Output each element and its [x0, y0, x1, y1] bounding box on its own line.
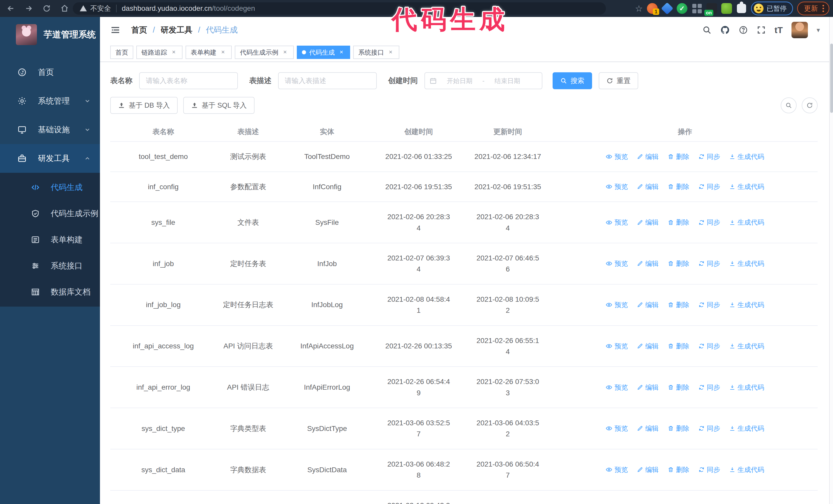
github-link[interactable]	[720, 25, 730, 35]
app-logo-row[interactable]: 芋道管理系统	[0, 17, 100, 51]
sidebar-item-codegen-example[interactable]: 代码生成示例	[0, 200, 100, 226]
browser-update-button[interactable]: 更新	[797, 2, 829, 16]
delete-action-link[interactable]: 删除	[668, 382, 689, 392]
sync-action-link[interactable]: 同步	[698, 182, 720, 192]
extension-icon-orange[interactable]: 1	[647, 3, 658, 14]
extensions-puzzle-icon[interactable]	[736, 3, 747, 14]
preview-action-link[interactable]: 预览	[606, 300, 628, 310]
sidebar-item-devtools[interactable]: 研发工具	[0, 144, 100, 173]
generate-code-action-link[interactable]: 生成代码	[729, 300, 764, 310]
sidebar-item-home[interactable]: 首页	[0, 58, 100, 87]
table-desc-input[interactable]	[278, 72, 377, 89]
delete-action-link[interactable]: 删除	[668, 182, 689, 192]
view-tab[interactable]: 链路追踪 ×	[136, 46, 183, 59]
start-date-input[interactable]	[441, 77, 479, 85]
browser-back-button[interactable]	[4, 1, 18, 16]
preview-action-link[interactable]: 预览	[606, 182, 628, 192]
edit-action-link[interactable]: 编辑	[637, 258, 659, 269]
tab-close-icon[interactable]: ×	[387, 49, 394, 56]
view-tab[interactable]: 系统接口 ×	[353, 46, 399, 59]
sync-action-link[interactable]: 同步	[698, 341, 720, 351]
table-name-input[interactable]	[139, 72, 238, 89]
sidebar-collapse-button[interactable]	[110, 25, 120, 35]
view-tab[interactable]: 代码生成 ×	[297, 46, 350, 59]
sync-action-link[interactable]: 同步	[698, 300, 720, 310]
fullscreen-button[interactable]	[757, 25, 766, 34]
sync-action-link[interactable]: 同步	[698, 423, 720, 433]
help-button[interactable]	[739, 25, 748, 34]
end-date-input[interactable]	[488, 77, 526, 85]
delete-action-link[interactable]: 删除	[668, 151, 689, 162]
generate-code-action-link[interactable]: 生成代码	[729, 464, 764, 475]
reset-button[interactable]: 重置	[599, 72, 638, 89]
extension-icon-gem[interactable]	[662, 3, 672, 14]
browser-reload-button[interactable]	[40, 1, 54, 16]
generate-code-action-link[interactable]: 生成代码	[729, 382, 764, 392]
delete-action-link[interactable]: 删除	[668, 423, 689, 433]
extension-icon-grid[interactable]	[691, 3, 702, 14]
bookmark-star-icon[interactable]: ☆	[635, 3, 643, 14]
preview-action-link[interactable]: 预览	[606, 341, 628, 351]
extension-icon-check[interactable]: ✓	[677, 3, 687, 14]
tab-close-icon[interactable]: ×	[170, 49, 177, 56]
edit-action-link[interactable]: 编辑	[637, 151, 659, 162]
breadcrumb-home[interactable]: 首页	[131, 25, 147, 35]
refresh-table-button[interactable]	[802, 97, 818, 113]
edit-action-link[interactable]: 编辑	[637, 182, 659, 192]
delete-action-link[interactable]: 删除	[668, 258, 689, 269]
date-range-picker[interactable]: -	[425, 72, 542, 89]
delete-action-link[interactable]: 删除	[668, 464, 689, 475]
edit-action-link[interactable]: 编辑	[637, 382, 659, 392]
sidebar-item-codegen[interactable]: 代码生成	[0, 174, 100, 200]
generate-code-action-link[interactable]: 生成代码	[729, 217, 764, 227]
delete-action-link[interactable]: 删除	[668, 217, 689, 227]
address-bar[interactable]: 不安全 dashboard.yudao.iocoder.cn/tool/code…	[73, 2, 606, 15]
sync-action-link[interactable]: 同步	[698, 151, 720, 162]
preview-action-link[interactable]: 预览	[606, 382, 628, 392]
generate-code-action-link[interactable]: 生成代码	[729, 258, 764, 269]
toggle-search-button[interactable]	[781, 97, 796, 113]
preview-action-link[interactable]: 预览	[606, 258, 628, 269]
scrollbar-thumb[interactable]	[830, 44, 833, 113]
sync-action-link[interactable]: 同步	[698, 464, 720, 475]
edit-action-link[interactable]: 编辑	[637, 464, 659, 475]
edit-action-link[interactable]: 编辑	[637, 341, 659, 351]
preview-action-link[interactable]: 预览	[606, 423, 628, 433]
tab-close-icon[interactable]: ×	[338, 49, 345, 56]
tab-close-icon[interactable]: ×	[219, 49, 227, 56]
generate-code-action-link[interactable]: 生成代码	[729, 182, 764, 192]
preview-action-link[interactable]: 预览	[606, 464, 628, 475]
sync-action-link[interactable]: 同步	[698, 217, 720, 227]
breadcrumb-devtools[interactable]: 研发工具	[161, 25, 192, 35]
header-search-button[interactable]	[702, 25, 712, 34]
font-size-button[interactable]: tT	[775, 25, 783, 35]
browser-forward-button[interactable]	[22, 1, 36, 16]
avatar-caret-down-icon[interactable]: ▾	[816, 26, 820, 34]
browser-menu-dots-icon[interactable]	[823, 5, 824, 12]
generate-code-action-link[interactable]: 生成代码	[729, 423, 764, 433]
delete-action-link[interactable]: 删除	[668, 341, 689, 351]
extension-icon-dark[interactable]: on	[706, 3, 717, 14]
sidebar-item-db-doc[interactable]: 数据库文档	[0, 279, 100, 305]
sidebar-item-system[interactable]: 系统管理	[0, 87, 100, 115]
generate-code-action-link[interactable]: 生成代码	[729, 151, 764, 162]
view-tab[interactable]: 首页	[110, 46, 133, 59]
search-button[interactable]: 搜索	[553, 72, 592, 89]
preview-action-link[interactable]: 预览	[606, 151, 628, 162]
preview-action-link[interactable]: 预览	[606, 217, 628, 227]
view-tab[interactable]: 代码生成示例 ×	[235, 46, 294, 59]
import-from-sql-button[interactable]: 基于 SQL 导入	[183, 97, 255, 114]
page-scrollbar[interactable]	[829, 17, 833, 504]
user-avatar[interactable]	[791, 22, 808, 38]
import-from-db-button[interactable]: 基于 DB 导入	[110, 97, 177, 114]
extension-icon-robot[interactable]	[721, 3, 732, 14]
sync-action-link[interactable]: 同步	[698, 382, 720, 392]
tab-close-icon[interactable]: ×	[281, 49, 289, 56]
browser-home-button[interactable]	[57, 1, 72, 16]
edit-action-link[interactable]: 编辑	[637, 300, 659, 310]
edit-action-link[interactable]: 编辑	[637, 217, 659, 227]
generate-code-action-link[interactable]: 生成代码	[729, 341, 764, 351]
profile-paused-badge[interactable]: 已暂停	[751, 2, 793, 16]
sidebar-item-system-api[interactable]: 系统接口	[0, 253, 100, 279]
view-tab[interactable]: 表单构建 ×	[186, 46, 232, 59]
